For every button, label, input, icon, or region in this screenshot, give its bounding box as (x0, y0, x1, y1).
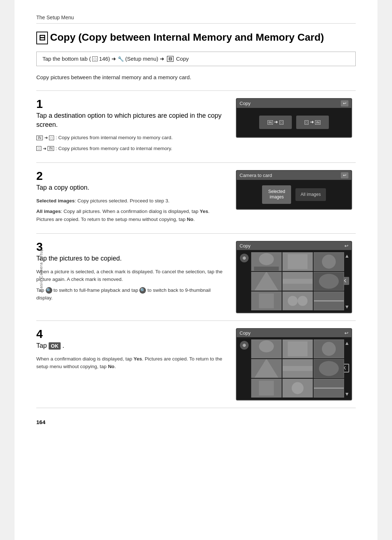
arrow2: ➜ (160, 56, 164, 62)
svg-point-35 (292, 382, 304, 394)
svg-rect-29 (283, 366, 313, 371)
back-btn-1: ↩ (341, 100, 348, 106)
arrow1: ➜ (111, 56, 116, 62)
zoom-icon: ⊕ (240, 254, 249, 262)
thumb-grid-area: ▲ OK ▼ (251, 252, 349, 310)
thumb-title-3: Copy (240, 243, 250, 249)
step-4-body: When a confirmation dialog is displayed,… (36, 355, 225, 371)
thumb-4-5 (282, 359, 313, 378)
in-icon2: IN (315, 120, 320, 125)
tapbox-pagenum: 146) (99, 56, 110, 62)
copy-screen-2: Camera to card ↩ Selectedimages All imag… (236, 170, 352, 210)
screen-2-content: Selectedimages All images (237, 180, 351, 209)
copy-screen-1: Copy ↩ IN ➜ □ □ ➜ IN (236, 98, 352, 138)
svg-point-1 (259, 253, 274, 265)
step-2-right: Camera to card ↩ Selectedimages All imag… (232, 170, 356, 226)
all-images-desc: : Copy all pictures. When a confirmation… (36, 209, 209, 222)
thumb-titlebar-3: Copy ↩ (237, 242, 351, 250)
copy-icon-small: ⊟ (167, 56, 173, 62)
selected-images-label: Selected images (36, 198, 75, 203)
thumb-3 (314, 252, 344, 271)
thumb-4-2 (282, 339, 313, 358)
scroll-down-3: ▼ (344, 304, 350, 310)
option-card-to-cam: □ ➜ IN (296, 116, 329, 129)
step-2-title: Tap a copy option. (36, 183, 225, 192)
step-1-body: IN ➜ □ : Copy pictures from internal mem… (36, 134, 225, 152)
svg-point-12 (319, 274, 339, 289)
screen-2-title: Camera to card (240, 173, 272, 178)
thumb-2 (282, 252, 313, 271)
thumb-5 (282, 272, 313, 291)
screen-2-titlebar: Camera to card ↩ (237, 171, 351, 180)
svg-point-17 (298, 296, 307, 306)
thumb-4 (251, 272, 282, 291)
thumb-screen-4: Copy ↩ ⊕ (236, 328, 352, 400)
back-btn-4: ↩ (344, 330, 348, 336)
title-text: Copy (Copy between Internal Memory and M… (50, 32, 324, 43)
book-icon: □ (92, 56, 98, 61)
thumb-4-6 (314, 359, 344, 378)
svg-point-31 (319, 361, 339, 376)
svg-rect-2 (254, 267, 279, 271)
thumb-6 (314, 272, 344, 291)
intro-text: Copy pictures between the internal memor… (36, 74, 356, 80)
screen-1-content: IN ➜ □ □ ➜ IN (237, 108, 351, 137)
thumb-content-4: ⊕ (237, 337, 351, 400)
step-3-number: 3 (36, 241, 225, 253)
step-2-number: 2 (36, 170, 225, 182)
screen-1-titlebar: Copy ↩ (237, 99, 351, 108)
tapbox-copy: Copy (176, 56, 189, 62)
scroll-up-4: ▲ (344, 340, 350, 346)
step-4: 4 Tap OK . When a confirmation dialog is… (36, 321, 356, 408)
step-4-period: . (62, 342, 64, 349)
step-3-left: 3 Tap the pictures to be copied. When a … (36, 241, 225, 313)
step-2-left: 2 Tap a copy option. Selected images: Co… (36, 170, 225, 226)
thumb-grid-area-4: ▲ OK ▼ (251, 339, 349, 398)
step-1-right: Copy ↩ IN ➜ □ □ ➜ IN (232, 98, 356, 156)
steps-container: 1 Tap a destination option to which pict… (36, 90, 356, 408)
svg-rect-33 (259, 381, 274, 396)
svg-point-21 (259, 340, 274, 352)
thumb-8 (282, 291, 313, 310)
scroll-down-4: ▼ (344, 391, 350, 397)
tapbox-prefix: Tap the bottom tab ( (42, 56, 91, 62)
step-4-tap-label: Tap (36, 342, 49, 349)
thumb-left-controls-4: ⊕ (239, 339, 250, 398)
icon-cam-2: IN (48, 146, 54, 151)
tapbox-setup: (Setup menu) (125, 56, 158, 62)
page-number: 164 (36, 419, 356, 425)
thumb-4-7 (251, 379, 282, 398)
thumb-4-4 (251, 359, 282, 378)
selected-images-desc: : Copy pictures selected. Proceed to ste… (75, 198, 170, 203)
zoom-in-icon: 🔍 (46, 287, 52, 294)
step-3-para2: Tap 🔍 to switch to full-frame playback a… (36, 286, 225, 302)
svg-point-25 (322, 342, 336, 356)
step-1-left: 1 Tap a destination option to which pict… (36, 98, 225, 156)
thumb-content-3: ⊕ (237, 250, 351, 313)
step-4-para1: When a confirmation dialog is displayed,… (36, 355, 225, 371)
navigation-instruction: Tap the bottom tab ( □ 146) ➜ 🔧 (Setup m… (36, 52, 356, 66)
step-4-title: Tap OK . (36, 341, 225, 350)
step-3-body: When a picture is selected, a check mark… (36, 268, 225, 302)
arrow-icon-1: ➜ (44, 135, 49, 140)
thumb-4-1 (251, 339, 282, 358)
step-1-desc-1: : Copy pictures from internal memory to … (56, 135, 173, 140)
scroll-up-3: ▲ (344, 253, 350, 259)
thumb-1 (251, 252, 282, 271)
page-header: The Setup Menu (36, 15, 356, 24)
sd-icon2: □ (305, 120, 309, 125)
zoom-out-icon: 🔍 (139, 287, 146, 294)
scrollbar-3: ▲ OK ▼ (345, 252, 349, 310)
step-3: 3 Tap the pictures to be copied. When a … (36, 233, 356, 321)
thumb-titlebar-4: Copy ↩ (237, 329, 351, 337)
thumb-left-controls: ⊕ (239, 252, 250, 310)
scrollbar-4: ▲ OK ▼ (345, 339, 349, 398)
arrow-opt2: ➜ (310, 119, 315, 125)
ok-icon: OK (49, 342, 61, 350)
selected-images-btn: Selectedimages (262, 185, 291, 204)
thumb-screen-3: Copy ↩ ⊕ (236, 241, 352, 313)
step-4-number: 4 (36, 328, 225, 340)
all-images-btn: All images (295, 188, 326, 201)
wrench-icon: 🔧 (118, 56, 124, 62)
sd-icon: □ (279, 120, 283, 125)
